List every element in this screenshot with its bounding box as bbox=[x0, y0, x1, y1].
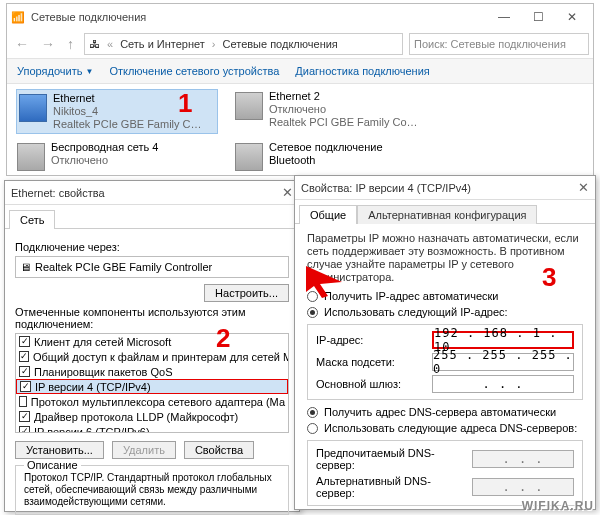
checkbox-icon[interactable]: ✓ bbox=[20, 381, 31, 392]
components-label: Отмеченные компоненты используются этим … bbox=[15, 306, 289, 330]
explorer-toolbar: Упорядочить▼ Отключение сетевого устройс… bbox=[7, 58, 593, 84]
radio-auto-dns[interactable]: Получить адрес DNS-сервера автоматически bbox=[295, 404, 595, 420]
component-row[interactable]: Протокол мультиплексора сетевого адаптер… bbox=[16, 394, 288, 409]
radio-manual-dns[interactable]: Использовать следующие адреса DNS-сервер… bbox=[295, 420, 595, 436]
close-button[interactable]: ✕ bbox=[555, 6, 589, 28]
tab-alt-config[interactable]: Альтернативная конфигурация bbox=[357, 205, 537, 224]
annotation-1: 1 bbox=[178, 88, 192, 119]
network-icon: 🖧 bbox=[89, 38, 100, 50]
radio-icon bbox=[307, 407, 318, 418]
red-arrow-icon bbox=[302, 262, 350, 298]
toolbar-organize[interactable]: Упорядочить▼ bbox=[17, 65, 93, 77]
back-button[interactable]: ← bbox=[11, 34, 33, 54]
radio-icon bbox=[307, 307, 318, 318]
checkbox-icon[interactable]: ✓ bbox=[19, 351, 29, 362]
description-legend: Описание bbox=[24, 459, 81, 471]
dialog-left-titlebar: Ethernet: свойства ✕ bbox=[5, 181, 299, 205]
dialog-ethernet-properties: Ethernet: свойства ✕ Сеть Подключение че… bbox=[4, 180, 300, 512]
ip-fields: IP-адрес: 192 . 168 . 1 . 10 Маска подсе… bbox=[307, 324, 583, 400]
checkbox-icon[interactable]: ✓ bbox=[19, 366, 30, 377]
breadcrumb-2[interactable]: Сетевые подключения bbox=[223, 38, 338, 50]
gateway-label: Основной шлюз: bbox=[316, 378, 426, 390]
dialog-ipv4-properties: Свойства: IP версии 4 (TCP/IPv4) ✕ Общие… bbox=[294, 175, 596, 510]
tab-general[interactable]: Общие bbox=[299, 205, 357, 224]
close-icon[interactable]: ✕ bbox=[578, 180, 589, 195]
install-button[interactable]: Установить... bbox=[15, 441, 104, 459]
connection-ethernet2[interactable]: Ethernet 2 Отключено Realtek PCI GBE Fam… bbox=[235, 90, 435, 133]
description-box: Описание Протокол TCP/IP. Стандартный пр… bbox=[15, 465, 289, 515]
search-placeholder: Поиск: Сетевые подключения bbox=[414, 38, 566, 50]
dialog-left-tabs: Сеть bbox=[5, 205, 299, 229]
component-row-ipv4[interactable]: ✓ IP версии 4 (TCP/IPv4) bbox=[16, 379, 288, 394]
explorer-titlebar: 📶 Сетевые подключения — ☐ ✕ bbox=[7, 4, 593, 30]
explorer-title: Сетевые подключения bbox=[31, 11, 146, 23]
connections-area: Ethernet Nikitos_4 Realtek PCIe GBE Fami… bbox=[7, 84, 593, 177]
connection-wifi4[interactable]: Беспроводная сеть 4 Отключено bbox=[17, 141, 217, 171]
explorer-navbar: ← → ↑ 🖧 « Сеть и Интернет › Сетевые подк… bbox=[7, 30, 593, 58]
forward-button[interactable]: → bbox=[37, 34, 59, 54]
ip-input[interactable]: 192 . 168 . 1 . 10 bbox=[432, 331, 574, 349]
properties-button[interactable]: Свойства bbox=[184, 441, 254, 459]
breadcrumb-1[interactable]: Сеть и Интернет bbox=[120, 38, 205, 50]
watermark: WIFIKA.RU bbox=[522, 499, 594, 513]
dialog-left-title: Ethernet: свойства bbox=[11, 187, 105, 199]
connect-via-label: Подключение через: bbox=[15, 241, 289, 253]
svg-marker-0 bbox=[306, 266, 342, 298]
component-row[interactable]: ✓ IP версии 6 (TCP/IPv6) bbox=[16, 424, 288, 433]
dns2-label: Альтернативный DNS-сервер: bbox=[316, 475, 466, 499]
up-button[interactable]: ↑ bbox=[63, 34, 78, 54]
dialog-right-tabs: Общие Альтернативная конфигурация bbox=[295, 200, 595, 224]
adapter-icon bbox=[235, 143, 263, 171]
component-row[interactable]: ✓ Общий доступ к файлам и принтерам для … bbox=[16, 349, 288, 364]
ip-label: IP-адрес: bbox=[316, 334, 426, 346]
components-list[interactable]: ✓ Клиент для сетей Microsoft ✓ Общий дос… bbox=[15, 333, 289, 433]
checkbox-icon[interactable]: ✓ bbox=[19, 336, 30, 347]
annotation-2: 2 bbox=[216, 323, 230, 354]
checkbox-icon[interactable]: ✓ bbox=[19, 426, 30, 433]
tab-network[interactable]: Сеть bbox=[9, 210, 55, 229]
mask-input[interactable]: 255 . 255 . 255 . 0 bbox=[432, 353, 574, 371]
adapter-icon bbox=[19, 94, 47, 122]
gateway-input[interactable]: . . . bbox=[432, 375, 574, 393]
dns1-label: Предпочитаемый DNS-сервер: bbox=[316, 447, 466, 471]
checkbox-icon[interactable]: ✓ bbox=[19, 411, 30, 422]
dialog-right-titlebar: Свойства: IP версии 4 (TCP/IPv4) ✕ bbox=[295, 176, 595, 200]
radio-manual-ip[interactable]: Использовать следующий IP-адрес: bbox=[295, 304, 595, 320]
checkbox-icon[interactable] bbox=[19, 396, 27, 407]
adapter-field: 🖥 Realtek PCIe GBE Family Controller bbox=[15, 256, 289, 278]
component-row[interactable]: ✓ Клиент для сетей Microsoft bbox=[16, 334, 288, 349]
mask-label: Маска подсети: bbox=[316, 356, 426, 368]
adapter-icon bbox=[235, 92, 263, 120]
adapter-icon bbox=[17, 143, 45, 171]
address-bar[interactable]: 🖧 « Сеть и Интернет › Сетевые подключени… bbox=[84, 33, 403, 55]
configure-button[interactable]: Настроить... bbox=[204, 284, 289, 302]
toolbar-diagnose[interactable]: Диагностика подключения bbox=[295, 65, 429, 77]
dialog-right-title: Свойства: IP версии 4 (TCP/IPv4) bbox=[301, 182, 471, 194]
remove-button: Удалить bbox=[112, 441, 176, 459]
radio-icon bbox=[307, 423, 318, 434]
close-icon[interactable]: ✕ bbox=[282, 185, 293, 200]
explorer-window: 📶 Сетевые подключения — ☐ ✕ ← → ↑ 🖧 « Се… bbox=[6, 3, 594, 176]
dns1-input: . . . bbox=[472, 450, 574, 468]
annotation-3: 3 bbox=[542, 262, 556, 293]
component-row[interactable]: ✓ Планировщик пакетов QoS bbox=[16, 364, 288, 379]
description-text: Протокол TCP/IP. Стандартный протокол гл… bbox=[24, 472, 280, 508]
minimize-button[interactable]: — bbox=[487, 6, 521, 28]
dns2-input: . . . bbox=[472, 478, 574, 496]
adapter-name: Realtek PCIe GBE Family Controller bbox=[35, 261, 212, 273]
dns-fields: Предпочитаемый DNS-сервер: . . . Альтерн… bbox=[307, 440, 583, 506]
toolbar-disable[interactable]: Отключение сетевого устройства bbox=[109, 65, 279, 77]
search-input[interactable]: Поиск: Сетевые подключения bbox=[409, 33, 589, 55]
nic-icon: 🖥 bbox=[20, 261, 31, 273]
folder-icon: 📶 bbox=[11, 11, 25, 24]
component-row[interactable]: ✓ Драйвер протокола LLDP (Майкрософт) bbox=[16, 409, 288, 424]
connection-bluetooth[interactable]: Сетевое подключение Bluetooth bbox=[235, 141, 435, 171]
maximize-button[interactable]: ☐ bbox=[521, 6, 555, 28]
